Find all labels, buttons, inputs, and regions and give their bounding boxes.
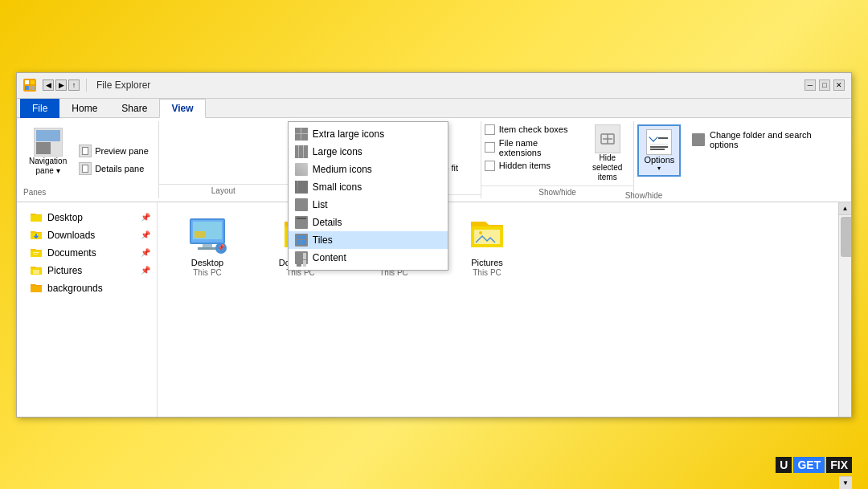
svg-rect-3 (31, 86, 35, 90)
layout-dropdown: Extra large icons Large icons Medium ico… (288, 121, 448, 271)
details-pane-btn[interactable]: Details pane (76, 161, 152, 177)
change-folder-icon (692, 133, 705, 146)
title-bar-controls: ◀ ▶ ↑ (43, 79, 80, 91)
tile-desktop-name: Desktop (191, 257, 223, 268)
layout-label: Layout (159, 184, 288, 197)
watermark-get: GET (793, 457, 825, 473)
sidebar-item-downloads[interactable]: Downloads 📌 (17, 226, 157, 244)
forward-btn[interactable]: ▶ (55, 79, 67, 91)
file-explorer-window: ◀ ▶ ↑ File Explorer ─ □ ✕ File Home Shar… (16, 72, 852, 418)
up-btn[interactable]: ↑ (68, 79, 80, 91)
svg-rect-1 (31, 80, 35, 84)
tile-pictures-name: Pictures (471, 257, 503, 268)
minimize-btn[interactable]: ─ (805, 79, 816, 91)
svg-rect-19 (474, 230, 500, 244)
watermark: U GET FIX (776, 457, 852, 473)
layout-list[interactable]: List (289, 196, 448, 214)
layout-extra-large[interactable]: Extra large icons (289, 125, 448, 143)
tile-desktop-icon: 📌 (188, 215, 227, 254)
item-check-boxes-row[interactable]: Item check boxes (485, 124, 581, 135)
options-btn[interactable]: Options ▾ (637, 124, 681, 177)
change-folder-btn[interactable]: Change folder and search options (687, 128, 845, 152)
file-name-extensions-check[interactable] (485, 142, 495, 153)
ribbon-tabs: File Home Share View (17, 99, 851, 118)
close-btn[interactable]: ✕ (833, 79, 845, 91)
svg-rect-7 (33, 252, 39, 253)
hide-selected-btn[interactable]: Hide selecteditems (588, 124, 627, 182)
maximize-btn[interactable]: □ (819, 79, 830, 91)
options-expand: ▾ (657, 165, 661, 172)
show-hide-checks: Item check boxes File name extensions Hi… (485, 124, 581, 182)
watermark-u: U (776, 457, 792, 473)
layout-section: Extra large icons Large icons Medium ico… (159, 121, 289, 198)
tab-view[interactable]: View (159, 99, 205, 118)
svg-point-20 (479, 231, 482, 234)
navigation-pane-label: Navigationpane ▾ (29, 157, 67, 176)
svg-rect-9 (33, 270, 39, 274)
title-sep (86, 79, 87, 92)
hidden-items-check[interactable] (485, 161, 495, 171)
options-section: Options ▾ Change folder and search optio… (634, 121, 851, 198)
layout-content[interactable]: Content (289, 249, 448, 267)
tab-file[interactable]: File (20, 99, 59, 118)
item-check-box[interactable] (485, 124, 495, 135)
svg-rect-15 (194, 231, 206, 238)
hidden-items-row[interactable]: Hidden items (485, 161, 581, 171)
options-label: Options (644, 155, 674, 165)
scrollbar[interactable]: ▲ ▼ (838, 202, 851, 417)
tile-desktop-sub: This PC (193, 268, 222, 277)
back-btn[interactable]: ◀ (43, 79, 54, 91)
file-name-extensions-row[interactable]: File name extensions (485, 138, 581, 157)
tab-home[interactable]: Home (59, 99, 109, 118)
tile-pictures-icon (468, 215, 506, 254)
tile-desktop-pin: 📌 (215, 242, 227, 254)
window-title: File Explorer (96, 79, 150, 91)
show-hide-section: Item check boxes File name extensions Hi… (481, 121, 635, 198)
svg-rect-13 (198, 247, 217, 250)
panes-right: Preview pane Details pane (76, 124, 152, 195)
watermark-fix: FIX (826, 457, 852, 473)
showhide-bottom-label: Show/hide (563, 191, 724, 200)
svg-rect-12 (203, 244, 212, 247)
tab-share[interactable]: Share (109, 99, 159, 118)
layout-small[interactable]: Small icons (289, 178, 448, 196)
scroll-up[interactable]: ▲ (839, 202, 851, 215)
ribbon: Navigationpane ▾ Preview pane Details pa… (17, 118, 851, 202)
sidebar-item-desktop[interactable]: Desktop 📌 (17, 209, 157, 226)
preview-pane-btn[interactable]: Preview pane (76, 143, 152, 159)
title-bar: ◀ ▶ ↑ File Explorer ─ □ ✕ (17, 73, 851, 99)
hide-selected-label: Hide selecteditems (588, 153, 627, 182)
tile-pictures[interactable]: Pictures This PC (447, 212, 527, 280)
tile-desktop[interactable]: 📌 Desktop This PC (167, 212, 248, 280)
layout-details[interactable]: Details (289, 214, 448, 231)
pin-icon-desktop: 📌 (141, 213, 150, 222)
sidebar-item-documents[interactable]: Documents 📌 (17, 244, 157, 262)
sidebar: Desktop 📌 Downloads 📌 Documents 📌 Pictur… (17, 202, 158, 417)
layout-medium[interactable]: Medium icons (289, 161, 448, 178)
sidebar-item-backgrounds[interactable]: backgrounds (17, 279, 157, 297)
svg-rect-8 (33, 254, 38, 255)
pin-icon-downloads: 📌 (141, 230, 150, 239)
layout-large[interactable]: Large icons (289, 143, 448, 161)
scroll-thumb[interactable] (841, 217, 851, 257)
navigation-pane-btn[interactable]: Navigationpane ▾ (23, 124, 72, 195)
panes-label: Panes (23, 186, 46, 197)
tile-pictures-sub: This PC (473, 268, 502, 277)
content-area: 📌 Desktop This PC 📌 Downloads This PC (158, 202, 838, 417)
svg-rect-0 (25, 80, 29, 84)
pin-icon-pictures: 📌 (141, 266, 150, 275)
sidebar-item-pictures[interactable]: Pictures 📌 (17, 262, 157, 279)
svg-rect-2 (25, 86, 29, 90)
pin-icon-documents: 📌 (141, 248, 150, 257)
layout-tiles[interactable]: Tiles (289, 231, 448, 249)
panes-section: Navigationpane ▾ Preview pane Details pa… (17, 121, 159, 198)
window-icon (23, 79, 36, 92)
